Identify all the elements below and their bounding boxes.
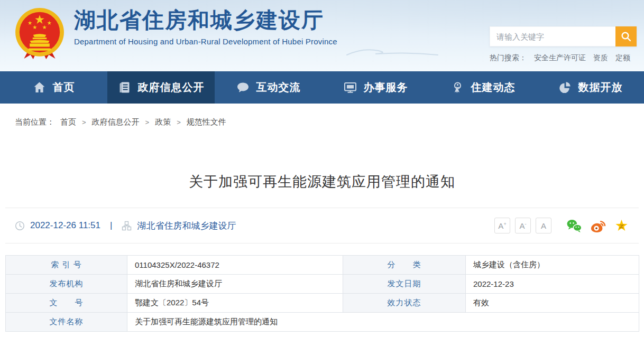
hot-search-term[interactable]: 资质 bbox=[593, 53, 608, 63]
document-icon bbox=[118, 81, 131, 94]
nav-item-interaction[interactable]: 互动交流 bbox=[215, 71, 322, 104]
article-toolbar: A+ A- A bbox=[490, 218, 629, 233]
site-title-block: 湖北省住房和城乡建设厅 Department of Housing and Ur… bbox=[74, 7, 337, 46]
document-info-table: 索 引 号 01104325X/2022-46372 分 类 城乡建设（含住房）… bbox=[5, 255, 639, 332]
table-label-cell: 索 引 号 bbox=[6, 256, 127, 275]
main-nav: 首页 政府信息公开 互动交流 办事服务 住建动态 bbox=[0, 71, 644, 104]
breadcrumb-item-gov-info[interactable]: 政府信息公开 bbox=[92, 117, 140, 127]
nav-item-label: 办事服务 bbox=[364, 80, 408, 95]
font-increase-button[interactable]: A+ bbox=[494, 218, 510, 233]
nav-item-label: 互动交流 bbox=[256, 80, 301, 95]
nav-item-open-data[interactable]: 数据开放 bbox=[537, 71, 644, 104]
breadcrumb-separator: > bbox=[145, 118, 150, 126]
table-value-cell: 01104325X/2022-46372 bbox=[127, 256, 343, 275]
publish-time: 2022-12-26 11:51 bbox=[30, 220, 100, 231]
chat-bubble-icon bbox=[236, 81, 250, 94]
table-value-cell: 城乡建设（含住房） bbox=[466, 256, 639, 275]
table-label-cell: 效力状态 bbox=[343, 294, 466, 313]
national-emblem-logo bbox=[13, 6, 67, 61]
meta-separator: | bbox=[110, 220, 112, 231]
breadcrumb-item-home[interactable]: 首页 bbox=[60, 117, 76, 127]
table-value-cell: 有效 bbox=[466, 294, 639, 313]
nav-item-news[interactable]: 住建动态 bbox=[429, 71, 537, 104]
hot-search-term[interactable]: 定额 bbox=[615, 53, 630, 63]
font-reset-button[interactable]: A bbox=[536, 218, 551, 233]
breadcrumb: 当前位置： 首页 > 政府信息公开 > 政策 > 规范性文件 bbox=[0, 104, 644, 127]
table-label-cell: 发布机构 bbox=[6, 275, 127, 294]
breadcrumb-item-policy[interactable]: 政策 bbox=[155, 117, 171, 127]
organization-icon bbox=[122, 221, 132, 231]
search-input[interactable] bbox=[490, 26, 615, 46]
search-area: 热门搜索： 安全生产许可证 资质 定额 bbox=[490, 26, 637, 63]
nav-item-label: 住建动态 bbox=[471, 80, 516, 95]
hot-search-label: 热门搜索： bbox=[490, 53, 527, 63]
table-value-cell: 湖北省住房和城乡建设厅 bbox=[127, 275, 343, 294]
hot-search: 热门搜索： 安全生产许可证 资质 定额 bbox=[490, 53, 637, 63]
nav-item-label: 首页 bbox=[53, 80, 75, 95]
site-subtitle: Department of Housing and Urban-Rural De… bbox=[74, 37, 337, 46]
monitor-icon bbox=[344, 81, 357, 94]
table-row: 文 号 鄂建文〔2022〕54号 效力状态 有效 bbox=[6, 294, 639, 313]
site-title: 湖北省住房和城乡建设厅 bbox=[74, 7, 337, 33]
nav-item-label: 数据开放 bbox=[578, 80, 623, 95]
site-header: 湖北省住房和城乡建设厅 Department of Housing and Ur… bbox=[0, 0, 644, 71]
table-label-cell: 文 号 bbox=[6, 294, 127, 313]
home-icon bbox=[33, 81, 46, 94]
pie-chart-icon bbox=[558, 81, 572, 94]
qzone-share-icon[interactable] bbox=[614, 219, 629, 233]
table-row: 文件名称 关于加强可再生能源建筑应用管理的通知 bbox=[6, 313, 639, 332]
article-meta-info: 2022-12-26 11:51 | 湖北省住房和城乡建设厅 bbox=[15, 220, 236, 232]
table-label-cell: 文件名称 bbox=[6, 313, 127, 332]
table-row: 索 引 号 01104325X/2022-46372 分 类 城乡建设（含住房） bbox=[6, 256, 639, 275]
font-decrease-button[interactable]: A- bbox=[515, 218, 531, 233]
hot-search-term[interactable]: 安全生产许可证 bbox=[534, 53, 586, 63]
nav-item-label: 政府信息公开 bbox=[138, 80, 205, 95]
table-value-cell: 关于加强可再生能源建筑应用管理的通知 bbox=[127, 313, 639, 332]
clock-icon bbox=[15, 221, 25, 231]
table-row: 发布机构 湖北省住房和城乡建设厅 发文日期 2022-12-23 bbox=[6, 275, 639, 294]
search-button[interactable] bbox=[615, 26, 637, 46]
breadcrumb-item-normative-docs[interactable]: 规范性文件 bbox=[187, 117, 226, 127]
breadcrumb-separator: > bbox=[82, 118, 86, 126]
table-value-cell: 2022-12-23 bbox=[466, 275, 639, 294]
nav-item-gov-info[interactable]: 政府信息公开 bbox=[107, 71, 215, 104]
table-label-cell: 发文日期 bbox=[343, 275, 466, 294]
breadcrumb-label: 当前位置： bbox=[15, 117, 54, 127]
nav-item-home[interactable]: 首页 bbox=[0, 71, 107, 104]
nav-item-services[interactable]: 办事服务 bbox=[322, 71, 429, 104]
breadcrumb-separator: > bbox=[177, 118, 181, 126]
article-source: 湖北省住房和城乡建设厅 bbox=[137, 220, 236, 232]
table-value-cell: 鄂建文〔2022〕54号 bbox=[127, 294, 343, 313]
article-title: 关于加强可再生能源建筑应用管理的通知 bbox=[0, 172, 644, 191]
table-label-cell: 分 类 bbox=[343, 256, 466, 275]
article-meta-bar: 2022-12-26 11:51 | 湖北省住房和城乡建设厅 A+ A- A bbox=[5, 208, 639, 244]
search-icon bbox=[620, 31, 632, 42]
wechat-share-icon[interactable] bbox=[566, 219, 582, 233]
cloud-decoration bbox=[343, 46, 443, 60]
weibo-share-icon[interactable] bbox=[590, 219, 606, 233]
medal-icon bbox=[451, 81, 464, 94]
